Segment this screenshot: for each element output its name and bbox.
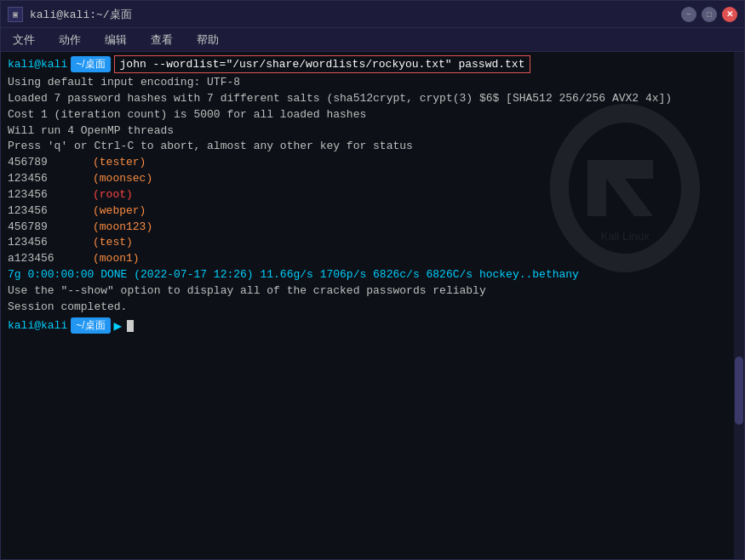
window-title: kali@kali:~/桌面	[30, 7, 132, 22]
cracked-username: (moon123)	[93, 220, 152, 236]
cracked-password-value: 456789	[8, 155, 93, 171]
session-completed-line: Session completed.	[8, 300, 737, 316]
cracked-password-value: 123456	[8, 203, 93, 220]
terminal-cursor	[127, 320, 134, 332]
prompt-dollar-sign: ▶	[114, 317, 123, 334]
done-line: 7g 0:00:00:00 DONE (2022-07-17 12:26) 11…	[8, 267, 737, 283]
scrollbar-thumb[interactable]	[735, 357, 743, 425]
cracked-password-value: 456789	[8, 220, 93, 236]
cracked-username: (moon1)	[93, 251, 140, 267]
prompt-username: kali@kali	[8, 58, 67, 71]
cracked-username: (tester)	[93, 155, 146, 171]
cracked-username: (moonsec)	[93, 171, 152, 187]
cracked-line-item: 123456(webper)	[8, 203, 737, 220]
cracked-line-item: 456789(tester)	[8, 155, 737, 171]
output-loaded: Loaded 7 password hashes with 7 differen…	[8, 91, 737, 107]
menu-view[interactable]: 查看	[146, 31, 178, 49]
cracked-username: (webper)	[93, 203, 146, 220]
command-display: john --wordlist="/usr/share/wordlists/ro…	[114, 55, 531, 73]
menu-help[interactable]: 帮助	[192, 31, 224, 49]
cracked-username: (test)	[93, 235, 133, 251]
menubar: 文件 动作 编辑 查看 帮助	[1, 28, 744, 52]
bottom-prompt-directory-badge: ~/桌面	[71, 317, 110, 334]
window-controls: − □ ✕	[681, 7, 737, 22]
command-prompt-row: kali@kali ~/桌面 john --wordlist="/usr/sha…	[8, 55, 737, 73]
scrollbar-track[interactable]	[734, 52, 744, 559]
output-encoding: Using default input encoding: UTF-8	[8, 75, 737, 91]
output-abort: Press 'q' or Ctrl-C to abort, almost any…	[8, 139, 737, 155]
menu-file[interactable]: 文件	[8, 31, 40, 49]
cracked-password-value: 123456	[8, 171, 93, 187]
cracked-line-item: 456789(moon123)	[8, 220, 737, 236]
menu-edit[interactable]: 编辑	[100, 31, 132, 49]
close-button[interactable]: ✕	[722, 7, 737, 22]
cracked-password-value: a123456	[8, 251, 93, 267]
menu-action[interactable]: 动作	[54, 31, 86, 49]
output-cost: Cost 1 (iteration count) is 5000 for all…	[8, 107, 737, 123]
cracked-line-item: 123456(root)	[8, 187, 737, 203]
bottom-prompt-username: kali@kali	[8, 319, 67, 332]
prompt-directory-badge: ~/桌面	[71, 56, 110, 72]
show-option-line: Use the "--show" option to display all o…	[8, 283, 737, 300]
titlebar-left: ▣ kali@kali:~/桌面	[8, 7, 132, 22]
cracked-password-value: 123456	[8, 187, 93, 203]
minimize-button[interactable]: −	[681, 7, 696, 22]
maximize-button[interactable]: □	[702, 7, 717, 22]
terminal-window: ▣ kali@kali:~/桌面 − □ ✕ 文件 动作 编辑 查看 帮助 Ka…	[0, 0, 745, 560]
cracked-passwords-list: 456789(tester)123456(moonsec)123456(root…	[8, 155, 737, 267]
cracked-line-item: 123456(moonsec)	[8, 171, 737, 187]
cracked-line-item: a123456(moon1)	[8, 251, 737, 267]
terminal-area[interactable]: Kali Linux kali@kali ~/桌面 john --wordlis…	[1, 52, 744, 559]
cracked-username: (root)	[93, 187, 133, 203]
output-threads: Will run 4 OpenMP threads	[8, 123, 737, 140]
titlebar: ▣ kali@kali:~/桌面 − □ ✕	[1, 1, 744, 28]
cracked-line-item: 123456(test)	[8, 235, 737, 251]
window-icon: ▣	[8, 7, 23, 22]
cracked-password-value: 123456	[8, 235, 93, 251]
bottom-prompt-row: kali@kali ~/桌面 ▶	[8, 317, 737, 334]
